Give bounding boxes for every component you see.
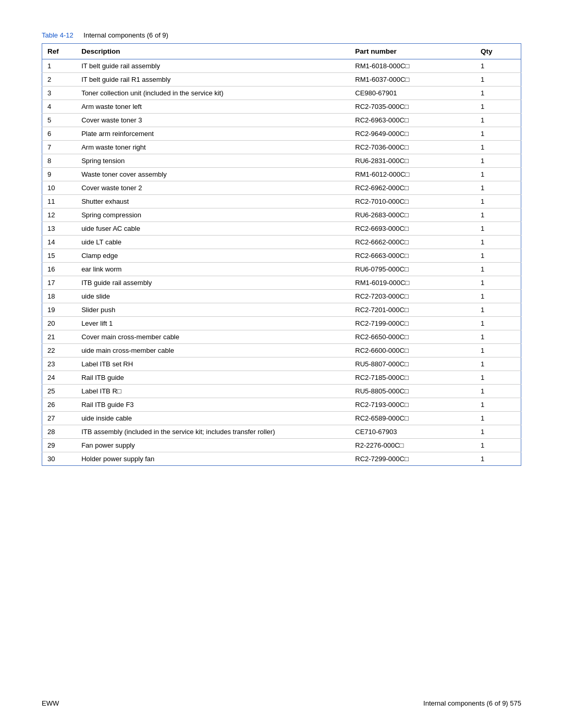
header-part-number: Part number (350, 44, 475, 59)
cell-part-number: RC2-6662-000C□ (350, 236, 475, 249)
page-footer: EWW Internal components (6 of 9) 575 (0, 699, 563, 707)
footer-left: EWW (42, 699, 59, 707)
cell-ref: 8 (42, 154, 77, 168)
cell-qty: 1 (475, 141, 521, 154)
cell-qty: 1 (475, 195, 521, 208)
cell-ref: 12 (42, 208, 77, 222)
cell-part-number: R2-2276-000C□ (350, 439, 475, 452)
cell-ref: 11 (42, 195, 77, 208)
table-header-row: Ref Description Part number Qty (42, 44, 521, 59)
cell-qty: 1 (475, 303, 521, 317)
cell-ref: 22 (42, 344, 77, 357)
cell-description: Plate arm reinforcement (76, 127, 350, 141)
cell-ref: 10 (42, 181, 77, 195)
cell-part-number: RM1-6018-000C□ (350, 59, 475, 73)
cell-qty: 1 (475, 208, 521, 222)
cell-qty: 1 (475, 412, 521, 425)
cell-qty: 1 (475, 249, 521, 263)
cell-description: IT belt guide rail R1 assembly (76, 73, 350, 87)
cell-qty: 1 (475, 452, 521, 466)
table-row: 9Waste toner cover assemblyRM1-6012-000C… (42, 168, 521, 181)
cell-ref: 15 (42, 249, 77, 263)
cell-description: Shutter exhaust (76, 195, 350, 208)
table-row: 20Lever lift 1RC2-7199-000C□1 (42, 317, 521, 330)
cell-description: Rail ITB guide (76, 371, 350, 385)
table-row: 8Spring tensionRU6-2831-000C□1 (42, 154, 521, 168)
cell-ref: 5 (42, 114, 77, 127)
cell-description: uide slide (76, 290, 350, 303)
cell-qty: 1 (475, 87, 521, 100)
header-ref: Ref (42, 44, 77, 59)
table-row: 22uide main cross-member cableRC2-6600-0… (42, 344, 521, 357)
cell-description: Label ITB R□ (76, 385, 350, 398)
cell-ref: 26 (42, 398, 77, 412)
table-row: 19Slider pushRC2-7201-000C□1 (42, 303, 521, 317)
cell-ref: 16 (42, 263, 77, 276)
cell-description: Spring compression (76, 208, 350, 222)
cell-part-number: RC2-9649-000C□ (350, 127, 475, 141)
cell-part-number: RC2-7203-000C□ (350, 290, 475, 303)
cell-ref: 24 (42, 371, 77, 385)
cell-description: Waste toner cover assembly (76, 168, 350, 181)
cell-part-number: RU5-8807-000C□ (350, 357, 475, 371)
header-description: Description (76, 44, 350, 59)
table-row: 29Fan power supplyR2-2276-000C□1 (42, 439, 521, 452)
table-row: 2IT belt guide rail R1 assemblyRM1-6037-… (42, 73, 521, 87)
table-row: 28ITB assembly (included in the service … (42, 425, 521, 439)
table-row: 7Arm waste toner rightRC2-7036-000C□1 (42, 141, 521, 154)
table-row: 11Shutter exhaustRC2-7010-000C□1 (42, 195, 521, 208)
cell-ref: 6 (42, 127, 77, 141)
cell-description: Holder power supply fan (76, 452, 350, 466)
cell-ref: 23 (42, 357, 77, 371)
cell-qty: 1 (475, 73, 521, 87)
cell-part-number: RU6-2683-000C□ (350, 208, 475, 222)
cell-part-number: RC2-7035-000C□ (350, 100, 475, 114)
cell-ref: 17 (42, 276, 77, 290)
table-row: 1IT belt guide rail assemblyRM1-6018-000… (42, 59, 521, 73)
cell-ref: 7 (42, 141, 77, 154)
cell-qty: 1 (475, 357, 521, 371)
cell-ref: 4 (42, 100, 77, 114)
table-row: 24Rail ITB guideRC2-7185-000C□1 (42, 371, 521, 385)
components-table: Ref Description Part number Qty 1IT belt… (42, 43, 521, 466)
cell-part-number: RC2-7010-000C□ (350, 195, 475, 208)
table-title: Table 4-12 Internal components (6 of 9) (42, 31, 521, 39)
cell-description: Cover waste toner 2 (76, 181, 350, 195)
cell-part-number: RC2-6962-000C□ (350, 181, 475, 195)
cell-description: ITB guide rail assembly (76, 276, 350, 290)
cell-description: Rail ITB guide F3 (76, 398, 350, 412)
cell-part-number: RC2-7185-000C□ (350, 371, 475, 385)
cell-qty: 1 (475, 385, 521, 398)
table-row: 15Clamp edgeRC2-6663-000C□1 (42, 249, 521, 263)
cell-description: uide inside cable (76, 412, 350, 425)
cell-qty: 1 (475, 330, 521, 344)
cell-part-number: RC2-7193-000C□ (350, 398, 475, 412)
cell-part-number: RC2-7201-000C□ (350, 303, 475, 317)
cell-part-number: RM1-6037-000C□ (350, 73, 475, 87)
cell-qty: 1 (475, 168, 521, 181)
cell-qty: 1 (475, 222, 521, 236)
cell-ref: 29 (42, 439, 77, 452)
cell-part-number: RC2-7299-000C□ (350, 452, 475, 466)
cell-part-number: RM1-6019-000C□ (350, 276, 475, 290)
cell-part-number: RC2-6650-000C□ (350, 330, 475, 344)
cell-ref: 13 (42, 222, 77, 236)
cell-description: Cover waste toner 3 (76, 114, 350, 127)
cell-qty: 1 (475, 181, 521, 195)
cell-qty: 1 (475, 114, 521, 127)
cell-ref: 9 (42, 168, 77, 181)
cell-qty: 1 (475, 344, 521, 357)
cell-qty: 1 (475, 263, 521, 276)
cell-description: Spring tension (76, 154, 350, 168)
table-row: 16ear link wormRU6-0795-000C□1 (42, 263, 521, 276)
cell-ref: 25 (42, 385, 77, 398)
cell-part-number: CE710-67903 (350, 425, 475, 439)
cell-part-number: RU5-8805-000C□ (350, 385, 475, 398)
cell-part-number: RM1-6012-000C□ (350, 168, 475, 181)
table-row: 23Label ITB set RHRU5-8807-000C□1 (42, 357, 521, 371)
cell-qty: 1 (475, 425, 521, 439)
table-row: 30Holder power supply fanRC2-7299-000C□1 (42, 452, 521, 466)
cell-qty: 1 (475, 59, 521, 73)
cell-ref: 28 (42, 425, 77, 439)
table-row: 14uide LT cableRC2-6662-000C□1 (42, 236, 521, 249)
